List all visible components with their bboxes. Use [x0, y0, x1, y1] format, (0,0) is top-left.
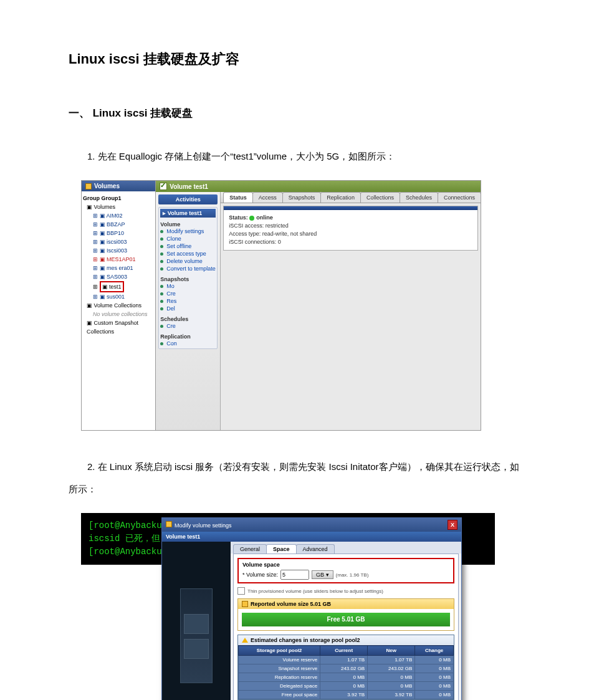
dialog-icon: [166, 521, 172, 527]
status-online-icon: [249, 216, 254, 221]
tree-volume-item[interactable]: ⊞ ▣ BBZAP: [83, 220, 154, 229]
dialog-content: Volume space * Volume size: GB ▾ (max. 1…: [233, 554, 459, 700]
step-2-text: 2. 在 Linux 系统启动 iscsi 服务（若没有安装，则需先安装 Isc…: [69, 456, 520, 501]
thin-provision-checkbox[interactable]: [237, 587, 245, 595]
volume-tab[interactable]: Connections: [438, 192, 481, 203]
volume-tab[interactable]: Replication: [320, 192, 361, 203]
volumes-panel: Volumes Group Group1 ▣ Volumes ⊞ ▣ AIM02…: [82, 181, 156, 430]
section-heading-1: 一、 Linux iscsi 挂载硬盘: [69, 106, 520, 120]
dialog-title: Modify volume settings: [175, 522, 232, 529]
table-header: Current: [320, 646, 368, 656]
volume-detail-panel: Volume test1 Activities ▸ Volume test1 V…: [156, 181, 481, 430]
activity-link[interactable]: Con: [160, 340, 216, 347]
table-cell: 0 MB: [320, 673, 368, 682]
volume-detail-header: Volume test1: [156, 181, 481, 192]
tree-group[interactable]: Group Group1: [83, 194, 154, 203]
tree-volume-item[interactable]: ⊞ ▣ MES1AP01: [83, 255, 154, 264]
dialog-tab[interactable]: General: [233, 544, 267, 554]
table-cell: 0 MB: [320, 682, 368, 691]
tree-volume-collections[interactable]: ▣ Volume Collections: [83, 301, 154, 310]
table-cell: Delegated space: [239, 682, 320, 691]
status-value: online: [256, 214, 273, 221]
tree-volcol-empty: No volume collections: [83, 310, 154, 319]
tree-volume-item[interactable]: ⊞ ▣ iscsi003: [83, 237, 154, 246]
step-1-text: 1. 先在 Equallogic 存储上创建一个“test1”volume，大小…: [69, 145, 520, 168]
table-header: New: [368, 646, 415, 656]
table-row: Volume reserve1.07 TB1.07 TB0 MB: [239, 656, 454, 664]
status-panel: Status: online iSCSI access: restricted …: [223, 206, 478, 251]
tree-volume-item[interactable]: ⊞ ▣ mes era01: [83, 264, 154, 272]
activity-link[interactable]: Set offline: [160, 242, 216, 250]
tree-volume-item[interactable]: ⊞ ▣ sus001: [83, 292, 154, 301]
volumes-icon: [85, 183, 92, 189]
volume-main-area: StatusAccessSnapshotsReplicationCollecti…: [221, 192, 481, 430]
volume-size-unit-dropdown[interactable]: GB ▾: [312, 570, 333, 579]
dialog-tab[interactable]: Space: [266, 544, 297, 554]
thin-provision-label: Thin provisioned volume (use sliders bel…: [247, 588, 383, 594]
table-cell: Snapshot reserve: [239, 664, 320, 673]
estimated-changes-table: Storage pool pool2CurrentNewChange Volum…: [238, 645, 454, 699]
activity-link[interactable]: Clone: [160, 235, 216, 242]
dialog-tabs: GeneralSpaceAdvanced: [231, 542, 461, 554]
activity-link[interactable]: Del: [160, 305, 216, 312]
document-page: Linux iscsi 挂载硬盘及扩容 一、 Linux iscsi 挂载硬盘 …: [0, 0, 589, 700]
reported-icon: [242, 601, 248, 607]
table-cell: 0 MB: [415, 656, 454, 664]
volume-tab[interactable]: Schedules: [400, 192, 438, 203]
status-connections: iSCSI connections: 0: [229, 238, 472, 246]
dialog-close-button[interactable]: X: [448, 520, 457, 530]
tree-volume-item[interactable]: ⊞ ▣ BBP10: [83, 229, 154, 237]
tree-volume-item[interactable]: ⊞ ▣ AIM02: [83, 211, 154, 220]
activity-link[interactable]: Set access type: [160, 250, 216, 257]
table-cell: 0 MB: [415, 664, 454, 673]
tree-volume-item[interactable]: ⊞ ▣ SAS003: [83, 272, 154, 281]
table-cell: 3.92 TB: [320, 691, 368, 699]
table-cell: 0 MB: [415, 682, 454, 691]
volume-tab[interactable]: Collections: [360, 192, 400, 203]
activity-link[interactable]: Cre: [160, 322, 216, 330]
activity-link[interactable]: Delete volume: [160, 257, 216, 265]
volume-space-field-highlighted: Volume space * Volume size: GB ▾ (max. 1…: [237, 558, 454, 583]
table-row: Snapshot reserve243.02 GB243.02 GB0 MB: [239, 664, 454, 673]
check-icon: [160, 183, 167, 190]
warning-icon: [242, 638, 248, 643]
reported-size-panel: Reported volume size 5.01 GB Free 5.01 G…: [237, 598, 454, 631]
volumes-panel-title: Volumes: [94, 183, 120, 189]
volume-tab[interactable]: Status: [223, 192, 253, 203]
volume-size-input[interactable]: [280, 570, 309, 580]
tree-volume-item-selected[interactable]: ⊞ ▣ test1: [83, 281, 154, 292]
rack-icon: [180, 588, 213, 683]
act-section-replication: Replication: [160, 333, 216, 340]
table-cell: Free pool space: [239, 691, 320, 699]
thin-provision-row[interactable]: Thin provisioned volume (use sliders bel…: [237, 587, 454, 595]
tree-volumes-folder[interactable]: ▣ Volumes: [83, 203, 154, 211]
activity-link[interactable]: Res: [160, 297, 216, 305]
activity-link[interactable]: Mo: [160, 282, 216, 290]
document-title: Linux iscsi 挂载硬盘及扩容: [69, 50, 520, 69]
table-cell: Volume reserve: [239, 656, 320, 664]
table-cell: Replication reserve: [239, 673, 320, 682]
table-cell: 1.07 TB: [368, 656, 415, 664]
tree-volume-item[interactable]: ⊞ ▣ Iscsi003: [83, 246, 154, 255]
free-space-bar: Free 5.01 GB: [242, 613, 450, 626]
dialog-tab[interactable]: Advanced: [296, 544, 335, 554]
reported-size-label: Reported volume size 5.01 GB: [251, 601, 331, 607]
activity-link[interactable]: Cre: [160, 290, 216, 297]
table-header: Storage pool pool2: [239, 646, 320, 656]
status-panel-body: Status: online iSCSI access: restricted …: [224, 210, 477, 250]
volume-tabs: StatusAccessSnapshotsReplicationCollecti…: [221, 192, 481, 203]
volume-size-max: (max. 1.96 TB): [336, 572, 369, 578]
volume-detail-title: Volume test1: [170, 183, 208, 190]
volume-space-label: Volume space: [242, 562, 449, 568]
table-cell: 0 MB: [368, 673, 415, 682]
table-cell: 0 MB: [415, 691, 454, 699]
act-section-snapshots: Snapshots: [160, 276, 216, 282]
equallogic-screenshot: Volumes Group Group1 ▣ Volumes ⊞ ▣ AIM02…: [81, 180, 481, 431]
volume-tab[interactable]: Snapshots: [282, 192, 322, 203]
table-row: Delegated space0 MB0 MB0 MB: [239, 682, 454, 691]
activity-link[interactable]: Convert to template: [160, 265, 216, 272]
volumes-tree: Group Group1 ▣ Volumes ⊞ ▣ AIM02⊞ ▣ BBZA…: [82, 191, 155, 430]
volume-tab[interactable]: Access: [252, 192, 283, 203]
tree-snapshot-collections[interactable]: ▣ Custom Snapshot Collections: [83, 319, 154, 336]
activity-link[interactable]: Modify settings: [160, 228, 216, 235]
